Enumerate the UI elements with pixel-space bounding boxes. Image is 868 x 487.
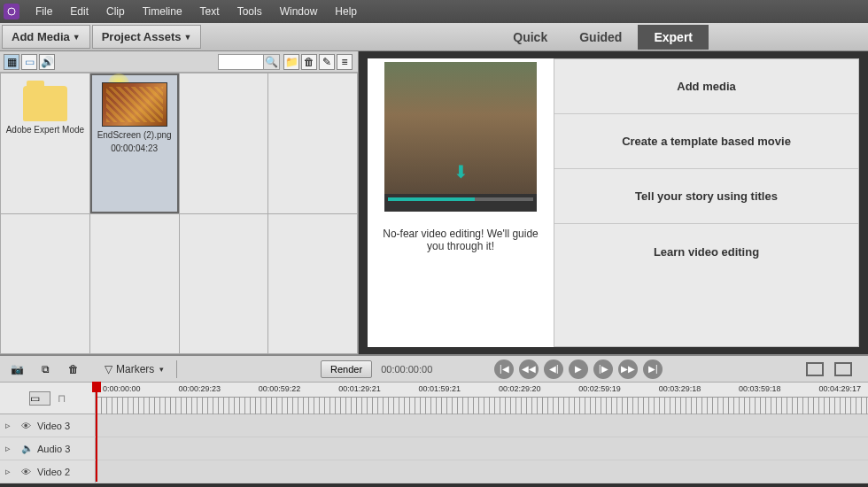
- asset-empty-cell: [180, 214, 268, 354]
- welcome-caption: No-fear video editing! We'll guide you t…: [368, 212, 554, 252]
- menu-timeline[interactable]: Timeline: [134, 5, 191, 18]
- mode-quick[interactable]: Quick: [497, 25, 563, 50]
- expand-icon[interactable]: ▹: [5, 443, 16, 454]
- track-body[interactable]: [96, 414, 868, 437]
- asset-clip-selected[interactable]: EndScreen (2).png 00:00:04:23: [90, 73, 179, 213]
- ruler-tick: 00:03:29:18: [659, 384, 701, 395]
- timeline-toolbar: 📷 ⧉ 🗑 ▽ Markers ▾ Render 00:00:00:00 |◀ …: [0, 354, 868, 383]
- action-template[interactable]: Create a template based movie: [554, 114, 858, 169]
- mode-expert[interactable]: Expert: [638, 25, 709, 50]
- eye-icon[interactable]: 👁: [21, 467, 32, 477]
- track-video3: ▹ 👁 Video 3: [0, 414, 868, 437]
- ruler-tick: 00:01:59:21: [419, 384, 461, 395]
- render-button[interactable]: Render: [321, 360, 372, 378]
- timeline-ruler[interactable]: 0:00:00:00 00:00:29:23 00:00:59:22 00:01…: [96, 383, 868, 414]
- filter-all-icon[interactable]: ▦: [4, 54, 19, 70]
- track-audio3: ▹ 🔈 Audio 3: [0, 437, 868, 460]
- asset-clip-label: EndScreen (2).png: [97, 130, 172, 140]
- delete-icon[interactable]: 🗑: [301, 54, 317, 70]
- menu-edit[interactable]: Edit: [61, 5, 97, 18]
- track-header[interactable]: ▹ 👁 Video 2: [0, 460, 96, 483]
- timeline-tools: ▭ ⊓: [0, 383, 96, 414]
- svg-point-0: [8, 8, 15, 15]
- toolbar: Add Media ▼ Project Assets ▼ Quick Guide…: [0, 23, 868, 51]
- trash-icon[interactable]: 🗑: [64, 359, 83, 379]
- project-assets-button[interactable]: Project Assets ▼: [92, 25, 202, 49]
- welcome-area: ⬇ No-fear video editing! We'll guide you…: [359, 51, 868, 354]
- menu-help[interactable]: Help: [326, 5, 366, 18]
- mode-tabs: Quick Guided Expert: [497, 25, 709, 50]
- timeline-ruler-row: ▭ ⊓ 0:00:00:00 00:00:29:23 00:00:59:22 0…: [0, 383, 868, 414]
- playhead[interactable]: [96, 383, 97, 482]
- eye-icon[interactable]: 👁: [21, 421, 32, 431]
- track-body[interactable]: [96, 460, 868, 483]
- goto-end-button[interactable]: ▶|: [643, 359, 663, 379]
- ruler-tick: 00:01:29:21: [338, 384, 381, 395]
- filter-image-icon[interactable]: ▭: [21, 54, 37, 70]
- asset-folder-label: Adobe Expert Mode: [6, 125, 84, 135]
- track-label: Video 3: [37, 421, 70, 431]
- clip-thumbnail: [102, 82, 167, 127]
- ruler-tick: 00:00:29:23: [178, 384, 221, 395]
- track-label: Audio 3: [37, 444, 70, 454]
- preview-thumbnail: ⬇: [384, 62, 537, 195]
- track-label: Video 2: [37, 467, 70, 477]
- preview-scrubber[interactable]: [384, 194, 537, 212]
- goto-start-button[interactable]: |◀: [494, 359, 514, 379]
- frame-back-button[interactable]: ◀|: [544, 359, 563, 379]
- menu-text[interactable]: Text: [191, 5, 229, 18]
- track-body[interactable]: [96, 437, 868, 460]
- project-assets-panel: ▦ ▭ 🔊 🔍 📁 🗑 ✎ ≡ Adobe Expert Mode EndScr…: [0, 51, 359, 354]
- ruler-tick: 00:02:29:20: [499, 384, 541, 395]
- ruler-ticks: [96, 397, 868, 414]
- expand-icon[interactable]: ▹: [5, 466, 16, 477]
- magnet-icon[interactable]: ⊓: [58, 392, 66, 405]
- copy-icon[interactable]: ⧉: [35, 359, 55, 379]
- speaker-icon[interactable]: 🔈: [21, 443, 32, 454]
- action-add-media[interactable]: Add media: [554, 59, 858, 114]
- menu-file[interactable]: File: [27, 5, 61, 18]
- asset-empty-cell: [268, 214, 357, 354]
- app-logo: [4, 4, 19, 19]
- assets-toolbar: ▦ ▭ 🔊 🔍 📁 🗑 ✎ ≡: [0, 51, 358, 73]
- frame-fwd-button[interactable]: |▶: [593, 359, 613, 379]
- action-titles[interactable]: Tell your story using titles: [554, 169, 858, 224]
- search-box: 🔍: [218, 54, 280, 70]
- expand-icon[interactable]: ▹: [5, 420, 16, 431]
- step-back-button[interactable]: ◀◀: [519, 359, 539, 379]
- caret-down-icon: ▼: [73, 33, 81, 42]
- camera-icon[interactable]: 📷: [7, 359, 27, 379]
- search-input[interactable]: [218, 54, 264, 70]
- step-fwd-button[interactable]: ▶▶: [618, 359, 638, 379]
- filter-audio-icon[interactable]: 🔊: [39, 54, 55, 70]
- markers-dropdown[interactable]: ▽ Markers ▾: [105, 363, 164, 375]
- track-header[interactable]: ▹ 👁 Video 3: [0, 414, 96, 437]
- preview-column: ⬇ No-fear video editing! We'll guide you…: [368, 58, 554, 347]
- assets-grid: Adobe Expert Mode EndScreen (2).png 00:0…: [0, 73, 358, 354]
- menu-window[interactable]: Window: [271, 5, 327, 18]
- track-header[interactable]: ▹ 🔈 Audio 3: [0, 437, 96, 460]
- tag-icon[interactable]: ✎: [319, 54, 335, 70]
- action-learn[interactable]: Learn video editing: [554, 224, 858, 279]
- zoom-slider-icon[interactable]: ▭: [29, 391, 50, 406]
- asset-empty-cell: [90, 214, 179, 354]
- menu-tools[interactable]: Tools: [229, 5, 271, 18]
- drop-arrow-icon: ⬇: [453, 161, 469, 182]
- asset-empty-cell: [1, 214, 89, 354]
- add-media-button[interactable]: Add Media ▼: [2, 25, 90, 49]
- welcome-actions: Add media Create a template based movie …: [554, 58, 859, 347]
- add-media-label: Add Media: [12, 30, 70, 43]
- project-assets-label: Project Assets: [102, 30, 182, 43]
- menubar: File Edit Clip Timeline Text Tools Windo…: [0, 0, 868, 23]
- mode-guided[interactable]: Guided: [563, 25, 638, 50]
- fullscreen-icon[interactable]: [834, 362, 852, 376]
- safe-margins-icon[interactable]: [806, 362, 824, 376]
- play-button[interactable]: ▶: [569, 359, 588, 379]
- track-video2: ▹ 👁 Video 2: [0, 460, 868, 483]
- panel-menu-icon[interactable]: ≡: [337, 54, 353, 70]
- marker-icon: ▽: [105, 363, 112, 375]
- asset-folder[interactable]: Adobe Expert Mode: [1, 73, 89, 213]
- search-icon[interactable]: 🔍: [264, 54, 280, 70]
- new-folder-icon[interactable]: 📁: [283, 54, 299, 70]
- menu-clip[interactable]: Clip: [97, 5, 134, 18]
